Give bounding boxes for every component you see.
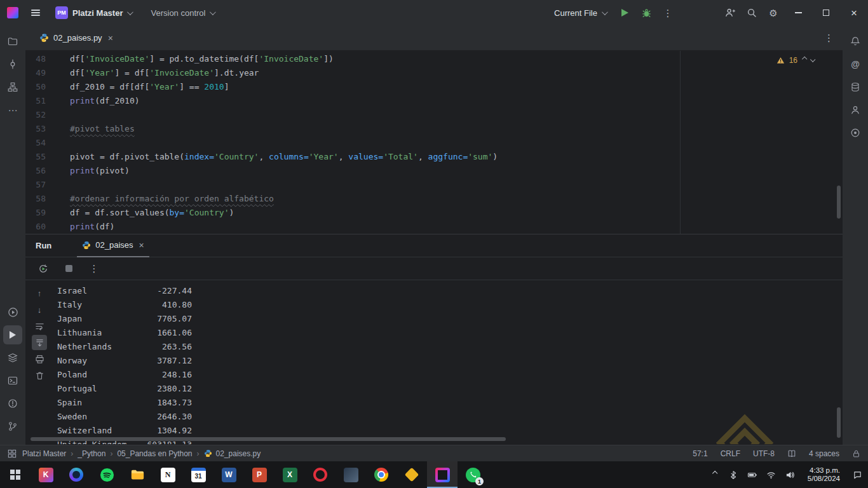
taskbar-whatsapp[interactable]: 1: [458, 461, 488, 488]
taskbar-app-yellow[interactable]: [397, 461, 427, 488]
down-stacktrace-button[interactable]: ↓: [32, 302, 47, 317]
maximize-button[interactable]: [812, 0, 840, 25]
more-tool-windows-button[interactable]: ⋯: [3, 100, 22, 119]
run-tab-02-paises[interactable]: 02_paises ×: [77, 234, 149, 257]
lock-icon[interactable]: [852, 449, 860, 458]
main-menu-button[interactable]: [25, 2, 46, 24]
taskbar-chrome[interactable]: [366, 461, 397, 488]
breadcrumb-file[interactable]: 02_paises.py: [204, 449, 261, 458]
line-number[interactable]: 48: [25, 52, 46, 66]
line-number[interactable]: 52: [25, 108, 46, 122]
line-separator[interactable]: CRLF: [721, 449, 740, 458]
commit-tool-button[interactable]: [3, 55, 22, 74]
taskbar-word[interactable]: W: [214, 461, 244, 488]
line-number[interactable]: 59: [25, 206, 46, 220]
run-configuration-selector[interactable]: Current File: [554, 8, 606, 18]
notification-center-button[interactable]: [849, 461, 865, 488]
services-tool-button[interactable]: [3, 302, 22, 322]
console-vertical-scrollbar[interactable]: [837, 407, 841, 438]
start-button[interactable]: [0, 461, 31, 488]
line-number[interactable]: 57: [25, 178, 46, 192]
read-mode-icon[interactable]: [787, 449, 796, 458]
line-number[interactable]: 54: [25, 136, 46, 150]
show-hidden-icons-button[interactable]: [706, 461, 722, 488]
line-number[interactable]: 60: [25, 220, 46, 234]
stop-button[interactable]: [61, 261, 76, 276]
prev-problem-icon[interactable]: [802, 57, 807, 62]
console-output[interactable]: Israel-227.44Italy410.80Japan7705.07Lith…: [57, 284, 192, 444]
code-with-me-button[interactable]: [719, 2, 741, 24]
up-stacktrace-button[interactable]: ↑: [32, 285, 47, 301]
wifi-tray-button[interactable]: [763, 461, 780, 488]
more-actions-button[interactable]: ⋮: [657, 2, 679, 24]
line-number[interactable]: 49: [25, 66, 46, 80]
line-number[interactable]: 50: [25, 80, 46, 94]
next-problem-icon[interactable]: [810, 57, 815, 62]
indent-setting[interactable]: 4 spaces: [809, 449, 839, 458]
inspections-widget[interactable]: 16: [776, 56, 813, 65]
close-button[interactable]: ×: [840, 0, 868, 25]
search-everywhere-button[interactable]: [741, 2, 763, 24]
file-encoding[interactable]: UTF-8: [753, 449, 775, 458]
structure-tool-button[interactable]: [3, 78, 22, 97]
line-number[interactable]: 55: [25, 150, 46, 164]
taskbar-powerpoint[interactable]: P: [244, 461, 275, 488]
chevron-up-icon: [712, 471, 717, 477]
line-number[interactable]: 56: [25, 164, 46, 178]
line-number[interactable]: 51: [25, 94, 46, 108]
tab-options-kebab-icon[interactable]: ⋮: [824, 33, 834, 43]
line-number[interactable]: 53: [25, 122, 46, 136]
editor-code[interactable]: df['InvoiceDate'] = pd.to_datetime(df['I…: [70, 52, 498, 234]
run-button[interactable]: [614, 2, 635, 24]
vcs-widget[interactable]: Version control: [151, 8, 214, 18]
clear-console-button[interactable]: [32, 368, 47, 383]
learn-tool-button[interactable]: [846, 123, 865, 142]
project-selector[interactable]: PM Platzi Master: [55, 6, 132, 19]
breadcrumb-python-folder[interactable]: _Python: [78, 449, 105, 458]
breadcrumb-pandas-folder[interactable]: 05_Pandas en Python: [117, 449, 192, 458]
rerun-button[interactable]: [36, 261, 51, 276]
debug-button[interactable]: [635, 2, 657, 24]
run-tool-button[interactable]: [3, 325, 22, 344]
line-number[interactable]: 58: [25, 192, 46, 206]
taskbar-opera[interactable]: [305, 461, 336, 488]
run-tool-window: Run 02_paises × ⋮ ↑ ↓: [25, 234, 843, 445]
battery-tray-button[interactable]: [744, 461, 761, 488]
project-tool-button[interactable]: [3, 32, 22, 51]
run-options-button[interactable]: ⋮: [86, 261, 102, 276]
terminal-tool-button[interactable]: [3, 371, 22, 390]
code-editor[interactable]: 48495051525354555657585960 df['InvoiceDa…: [25, 51, 843, 234]
editor-gutter[interactable]: 48495051525354555657585960: [25, 52, 46, 234]
taskbar-app-blue[interactable]: [336, 461, 366, 488]
run-tab-close-icon[interactable]: ×: [139, 241, 144, 250]
editor-scrollbar[interactable]: [837, 186, 841, 219]
problems-tool-button[interactable]: [3, 394, 22, 413]
notifications-button[interactable]: [846, 32, 865, 51]
scroll-to-end-button[interactable]: [32, 335, 47, 350]
taskbar-excel[interactable]: X: [275, 461, 305, 488]
taskbar-spotify[interactable]: [92, 461, 122, 488]
print-button[interactable]: [32, 351, 47, 367]
tab-close-icon[interactable]: ×: [108, 34, 113, 43]
taskbar-browser[interactable]: [61, 461, 92, 488]
minimize-button[interactable]: [784, 0, 812, 25]
taskbar-notion[interactable]: N: [153, 461, 183, 488]
taskbar-kotlin[interactable]: K: [31, 461, 61, 488]
tab-02-paises-py[interactable]: 02_paises.py ×: [33, 25, 119, 50]
volume-tray-button[interactable]: [782, 461, 799, 488]
soft-wrap-button[interactable]: [32, 318, 47, 334]
taskbar-file-explorer[interactable]: [122, 461, 153, 488]
tray-clock[interactable]: 4:33 p.m. 5/08/2024: [808, 466, 840, 484]
ai-assistant-button[interactable]: @: [846, 55, 865, 74]
bluetooth-tray-button[interactable]: [725, 461, 742, 488]
caret-position[interactable]: 57:1: [693, 449, 707, 458]
taskbar-calendar[interactable]: 31: [183, 461, 214, 488]
python-packages-tool-button[interactable]: [3, 348, 22, 367]
taskbar-intellij-active[interactable]: [427, 461, 458, 488]
breadcrumb-project[interactable]: Platzi Master: [22, 449, 66, 458]
version-control-tool-button[interactable]: [3, 417, 22, 436]
settings-button[interactable]: ⚙: [763, 2, 784, 24]
collaboration-tool-button[interactable]: [846, 100, 865, 119]
console-horizontal-scrollbar[interactable]: [31, 437, 506, 441]
database-tool-button[interactable]: [846, 78, 865, 97]
